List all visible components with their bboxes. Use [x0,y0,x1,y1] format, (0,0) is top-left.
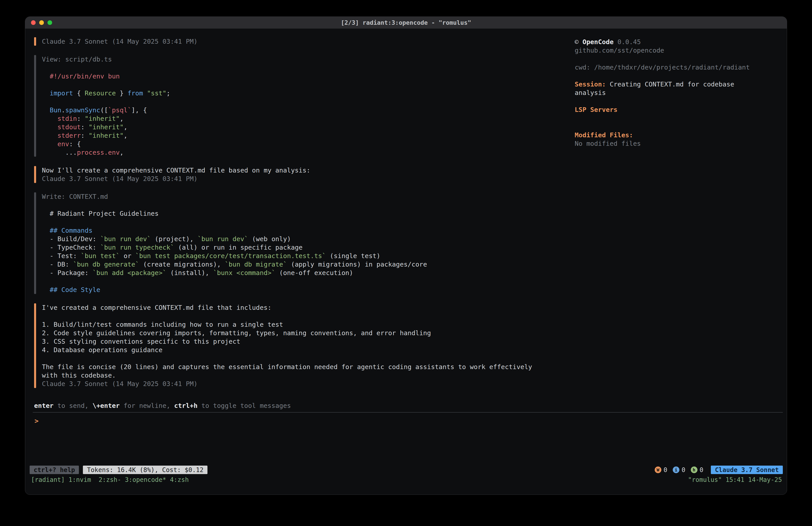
text-line: I've created a comprehensive CONTEXT.md … [42,303,532,312]
zoom-button[interactable] [47,20,52,25]
text-line: - Test: `bun test` or `bun test packages… [42,252,427,260]
text-line [575,72,778,80]
block-accent-bar [34,193,36,294]
text-line [42,277,427,285]
tokens-cost-badge: Tokens: 16.4K (8%), Cost: $0.12 [83,466,207,474]
chat-log[interactable]: Claude 3.7 Sonnet (14 May 2025 03:41 PM)… [34,37,575,401]
diagnostic-info: i0 [673,466,685,474]
close-button[interactable] [31,20,36,25]
text-line: Claude 3.7 Sonnet (14 May 2025 03:41 PM) [42,380,532,388]
text-line [575,122,778,131]
window-bottom-padding [25,484,787,495]
tmux-status-bar: [radiant] 1:nvim 2:zsh- 3:opencode* 4:zs… [25,475,787,484]
block-accent-bar [34,166,36,183]
window-title: [2/3] radiant:3:opencode - "romulus" [341,19,471,26]
desktop-background: { "window": { "title": "[2/3] radiant:3:… [0,0,812,526]
text-line: stdin: "inherit", [42,114,170,123]
diagnostics: W0i0h0 [655,466,704,474]
minimize-button[interactable] [39,20,44,25]
text-line: #!/usr/bin/env bun [42,72,170,81]
text-line: 1. Build/lint/test commands including ho… [42,320,532,329]
text-line: LSP Servers [575,105,778,114]
text-line: - TypeCheck: `bun run typecheck` (all) o… [42,243,427,252]
text-line: stdout: "inherit", [42,123,170,131]
text-line [42,201,427,209]
diagnostic-hints: h0 [691,466,704,474]
text-line: No modified files [575,139,778,148]
text-line [575,97,778,105]
text-line: The file is concise (20 lines) and captu… [42,362,532,371]
text-line: ## Commands [42,226,427,235]
text-line: Claude 3.7 Sonnet (14 May 2025 03:41 PM) [42,37,198,46]
text-line: Bun.spawnSync([`psql`], { [42,106,170,114]
warnings-icon: W [655,467,661,473]
text-line: Modified Files: [575,131,778,139]
hints-icon: h [691,467,697,473]
model-badge: Claude 3.7 Sonnet [711,466,783,474]
text-line [42,312,532,320]
text-line [42,81,170,89]
prompt-input[interactable]: > [33,412,783,465]
diagnostic-warnings: W0 [655,466,667,474]
block-accent-bar [34,303,36,388]
text-line [575,55,778,63]
chat-block-tool-view: View: script/db.ts #!/usr/bin/env bun im… [34,55,575,157]
text-line [575,114,778,122]
text-line: 4. Database operations guidance [42,346,532,354]
text-line: github.com/sst/opencode [575,46,778,55]
text-line: © OpenCode 0.0.45 [575,38,778,46]
text-line: # Radiant Project Guidelines [42,209,427,218]
prompt-symbol: > [34,417,39,425]
text-line [42,97,170,106]
text-line: 3. CSS styling conventions specific to t… [42,337,532,346]
text-line [42,63,170,72]
diagnostic-count: 0 [664,466,667,474]
text-line: stderr: "inherit", [42,131,170,140]
input-help: enter to send, \+enter for newline, ctrl… [25,401,787,412]
text-line: Claude 3.7 Sonnet (14 May 2025 03:41 PM) [42,174,310,183]
text-line: import { Resource } from "sst"; [42,89,170,97]
tmux-windows[interactable]: [radiant] 1:nvim 2:zsh- 3:opencode* 4:zs… [31,476,189,483]
text-line: env: { [42,140,170,148]
diagnostic-count: 0 [700,466,704,474]
chat-block-assistant-header: Claude 3.7 Sonnet (14 May 2025 03:41 PM) [34,37,575,46]
window-titlebar[interactable]: [2/3] radiant:3:opencode - "romulus" [25,17,787,29]
text-line [42,218,427,226]
info-icon: i [673,467,679,473]
text-line: ...process.env, [42,148,170,157]
text-line: Write: CONTEXT.md [42,193,427,201]
text-line: with this codebase. [42,371,532,380]
main-area: Claude 3.7 Sonnet (14 May 2025 03:41 PM)… [25,29,787,401]
text-line [42,354,532,362]
block-accent-bar [34,55,36,157]
help-shortcut-badge: ctrl+? help [30,466,79,474]
text-line: ## Code Style [42,285,427,294]
text-line: 2. Code style guidelines covering import… [42,329,532,337]
terminal-window: [2/3] radiant:3:opencode - "romulus" Cla… [25,16,787,495]
text-line: cwd: /home/thdxr/dev/projects/radiant/ra… [575,63,778,72]
tmux-session-info: "romulus" 15:41 14-May-25 [688,476,782,483]
sidebar: © OpenCode 0.0.45github.com/sst/opencode… [575,37,778,401]
status-bar: ctrl+? help Tokens: 16.4K (8%), Cost: $0… [25,465,787,475]
traffic-lights [31,17,52,29]
text-line: View: script/db.ts [42,55,170,63]
block-accent-bar [34,37,36,46]
text-line: - DB: `bun db generate` (create migratio… [42,260,427,269]
text-line: analysis [575,88,778,97]
text-line: - Package: `bun add <package>` (install)… [42,269,427,277]
text-line: - Build/Dev: `bun run dev` (project), `b… [42,235,427,243]
text-line: Now I'll create a comprehensive CONTEXT.… [42,166,310,174]
diagnostic-count: 0 [682,466,685,474]
text-line: enter to send, \+enter for newline, ctrl… [34,401,778,410]
chat-block-assistant-message: Now I'll create a comprehensive CONTEXT.… [34,166,575,183]
chat-block-assistant-summary: I've created a comprehensive CONTEXT.md … [34,303,575,388]
chat-block-tool-write: Write: CONTEXT.md # Radiant Project Guid… [34,193,575,294]
text-line: Session: Creating CONTEXT.md for codebas… [575,80,778,88]
chat-column: Claude 3.7 Sonnet (14 May 2025 03:41 PM)… [34,37,575,401]
